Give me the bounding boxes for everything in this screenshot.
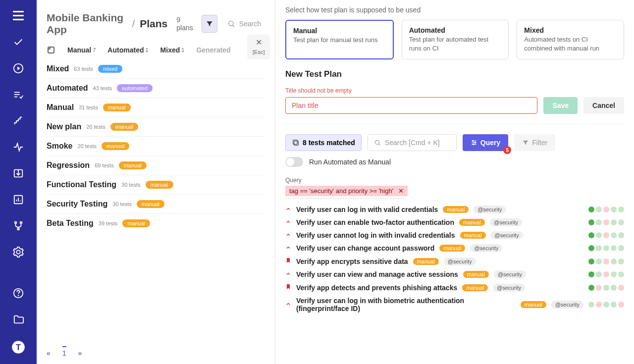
plan-item[interactable]: Mixed 63 tests mixed [47, 59, 265, 78]
plan-name: Beta Testing [47, 219, 94, 228]
menu-toggle[interactable] [8, 10, 28, 21]
plan-badge: manual [137, 200, 164, 208]
test-item[interactable]: Verify app encrypts sensitive data manua… [285, 257, 624, 265]
page-next[interactable]: » [78, 349, 82, 357]
test-name: Verify user can view and manage active s… [296, 270, 458, 278]
test-item[interactable]: Verify user can view and manage active s… [285, 270, 624, 278]
activity-icon [13, 142, 24, 153]
plan-item[interactable]: Security Testing 30 tests manual [47, 194, 265, 213]
nav-help[interactable] [8, 288, 28, 299]
tests-toolbar: 8 tests matched Search [Cmd + K] Query 5… [285, 134, 624, 151]
plan-item[interactable]: Automated 43 tests automated [47, 78, 265, 98]
nav-pulse[interactable] [8, 141, 28, 153]
status-dot [596, 259, 602, 264]
tab-generated[interactable]: Generated [196, 46, 230, 54]
plan-tests-count: 39 tests [99, 220, 118, 226]
plan-tests-count: 69 tests [95, 162, 114, 168]
plan-name: New plan [47, 122, 81, 131]
nav-play[interactable] [8, 62, 28, 74]
nav-chart[interactable] [8, 194, 28, 206]
save-button[interactable]: Save [543, 97, 578, 114]
status-dot [588, 219, 594, 225]
svg-point-29 [473, 144, 474, 145]
test-item[interactable]: Verify user can log in with valid creden… [285, 206, 624, 213]
tab-manual[interactable]: Manual7 [67, 46, 96, 54]
app-logo[interactable]: T [8, 340, 28, 354]
plan-item[interactable]: Smoke 20 tests manual [47, 136, 265, 156]
import-icon [13, 168, 24, 179]
plan-name: Manual [47, 103, 74, 112]
status-dot [596, 245, 602, 251]
filter-button[interactable] [202, 15, 217, 33]
svg-rect-20 [294, 141, 299, 146]
chart-icon [13, 194, 24, 205]
page-current[interactable]: 1 [62, 346, 66, 357]
test-item[interactable]: Verify user can enable two-factor authen… [285, 218, 624, 226]
status-dot [603, 271, 609, 277]
search-field[interactable]: Search [223, 20, 265, 28]
remove-query-icon[interactable]: ✕ [398, 187, 404, 195]
check-icon [13, 37, 24, 48]
status-dots [588, 271, 624, 277]
plan-badge: manual [110, 123, 138, 131]
plan-item[interactable]: Beta Testing 39 tests manual [47, 213, 265, 233]
plan-item[interactable]: Manual 31 tests manual [47, 98, 265, 117]
card-mixed[interactable]: Mixed Automated tests on CI combined wit… [517, 20, 624, 59]
test-search[interactable]: Search [Cmd + K] [368, 134, 457, 151]
svg-point-27 [472, 141, 473, 142]
nav-steps[interactable] [8, 115, 28, 126]
matched-count[interactable]: 8 tests matched [285, 134, 362, 151]
card-title: Mixed [524, 26, 617, 34]
plan-name: Security Testing [47, 200, 107, 208]
steps-icon [13, 115, 24, 126]
test-tag: @security [494, 270, 526, 278]
card-desc: Test plan for manual test runs [293, 36, 386, 45]
test-name: Verify user can change account password [296, 244, 434, 252]
status-dots [588, 232, 624, 238]
close-panel[interactable]: ✕ [Esc] [248, 35, 269, 58]
cancel-button[interactable]: Cancel [583, 97, 624, 114]
tab-mixed[interactable]: Mixed1 [160, 46, 185, 54]
plan-type-cards: Manual Test plan for manual test runs Au… [285, 20, 624, 59]
test-name: Verify user can enable two-factor authen… [296, 218, 454, 226]
status-dot [611, 219, 617, 225]
test-item[interactable]: Verify user can change account password … [285, 244, 624, 252]
page-prev[interactable]: « [47, 349, 51, 357]
plan-item[interactable]: Regression 69 tests manual [47, 156, 265, 175]
project-name[interactable]: Mobile Banking App [47, 12, 127, 36]
nav-check[interactable] [8, 36, 28, 48]
search-placeholder: Search [Cmd + K] [385, 139, 440, 147]
status-dot [588, 232, 594, 238]
plan-name: Regression [47, 161, 90, 170]
test-badge: manual [463, 271, 489, 278]
nav-branch[interactable] [8, 220, 28, 232]
plan-badge: manual [103, 104, 131, 111]
query-text: tag == 'security' and priority >= 'high' [289, 187, 393, 195]
plan-item[interactable]: Functional Testing 30 tests manual [47, 175, 265, 194]
nav-settings[interactable] [8, 247, 28, 258]
test-item[interactable]: Verify user can log in with biometric au… [285, 297, 624, 312]
test-name: Verify user can log in with biometric au… [296, 297, 516, 312]
test-tag: @security [474, 206, 506, 213]
card-manual[interactable]: Manual Test plan for manual test runs [285, 20, 394, 59]
status-dot [596, 232, 602, 238]
test-item[interactable]: Verify app detects and prevents phishing… [285, 283, 624, 292]
nav-import[interactable] [8, 167, 28, 179]
pagination: « 1 » [37, 342, 275, 364]
query-button[interactable]: Query 5 [463, 134, 508, 151]
card-automated[interactable]: Automated Test plan for automated test r… [402, 20, 509, 59]
test-item[interactable]: Verify user cannot log in with invalid c… [285, 231, 624, 239]
status-dot [588, 245, 594, 251]
filter-button-2[interactable]: Filter [514, 134, 555, 151]
query-divider [285, 198, 404, 199]
usage-hint: Select how test plan is supposed to be u… [285, 0, 624, 20]
plan-item[interactable]: New plan 20 tests manual [47, 117, 265, 136]
run-auto-as-manual-toggle[interactable] [285, 157, 303, 167]
nav-folder[interactable] [8, 314, 28, 325]
priority-icon [285, 232, 291, 239]
help-icon [13, 288, 24, 299]
plan-title-input[interactable] [285, 97, 537, 114]
status-dot [588, 259, 594, 264]
nav-list[interactable] [8, 89, 28, 100]
tab-automated[interactable]: Automated1 [107, 46, 148, 54]
